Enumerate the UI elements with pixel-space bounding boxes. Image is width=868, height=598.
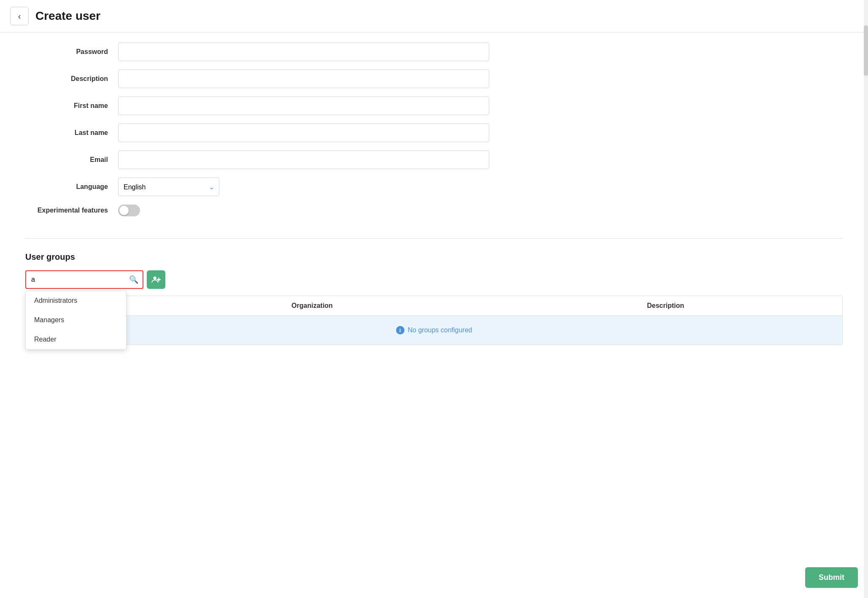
user-groups-section: User groups 🔍 Administrators Managers Re…	[25, 252, 843, 345]
first-name-label: First name	[25, 102, 118, 110]
main-content: Password Description First name Last nam…	[0, 32, 868, 355]
password-input[interactable]	[118, 43, 489, 61]
scrollbar-thumb[interactable]	[864, 25, 868, 76]
description-label: Description	[25, 75, 118, 83]
table-empty-row: i No groups configured	[26, 316, 842, 345]
description-row: Description	[25, 70, 489, 88]
search-input-wrapper: 🔍 Administrators Managers Reader	[25, 270, 143, 289]
first-name-row: First name	[25, 97, 489, 115]
search-icon[interactable]: 🔍	[129, 275, 138, 284]
password-row: Password	[25, 43, 489, 61]
table-header: Organization Description	[26, 296, 842, 316]
last-name-input[interactable]	[118, 124, 489, 142]
email-label: Email	[25, 156, 118, 164]
group-search-input[interactable]	[25, 270, 143, 289]
back-button[interactable]: ‹	[10, 7, 29, 25]
description-input[interactable]	[118, 70, 489, 88]
group-dropdown: Administrators Managers Reader	[25, 291, 127, 350]
dropdown-item-administrators[interactable]: Administrators	[26, 291, 126, 310]
empty-message: No groups configured	[408, 326, 472, 334]
search-row: 🔍 Administrators Managers Reader	[25, 270, 843, 289]
page-header: ‹ Create user	[0, 0, 868, 32]
table-col-desc-header: Description	[489, 296, 842, 315]
add-group-button[interactable]	[147, 270, 165, 289]
experimental-toggle-wrapper	[118, 205, 140, 216]
form-section: Password Description First name Last nam…	[25, 43, 843, 239]
dropdown-item-reader[interactable]: Reader	[26, 330, 126, 349]
back-icon: ‹	[18, 11, 21, 21]
scrollbar[interactable]	[864, 0, 868, 355]
groups-table: Organization Description i No groups con…	[25, 296, 843, 345]
language-select-wrapper: English French German ⌄	[118, 178, 219, 196]
add-user-icon	[151, 275, 161, 284]
table-col-org-header: Organization	[135, 296, 489, 315]
dropdown-item-managers[interactable]: Managers	[26, 310, 126, 330]
language-row: Language English French German ⌄	[25, 178, 489, 196]
user-groups-title: User groups	[25, 252, 843, 262]
password-label: Password	[25, 48, 118, 56]
last-name-row: Last name	[25, 124, 489, 142]
experimental-row: Experimental features	[25, 205, 489, 216]
last-name-label: Last name	[25, 129, 118, 137]
first-name-input[interactable]	[118, 97, 489, 115]
info-icon: i	[396, 326, 404, 334]
language-label: Language	[25, 183, 118, 191]
experimental-toggle[interactable]	[118, 205, 140, 216]
language-select[interactable]: English French German	[118, 178, 219, 196]
svg-point-0	[154, 277, 156, 280]
email-row: Email	[25, 151, 489, 169]
email-input[interactable]	[118, 151, 489, 169]
page-title: Create user	[35, 9, 100, 23]
experimental-label: Experimental features	[25, 207, 118, 214]
